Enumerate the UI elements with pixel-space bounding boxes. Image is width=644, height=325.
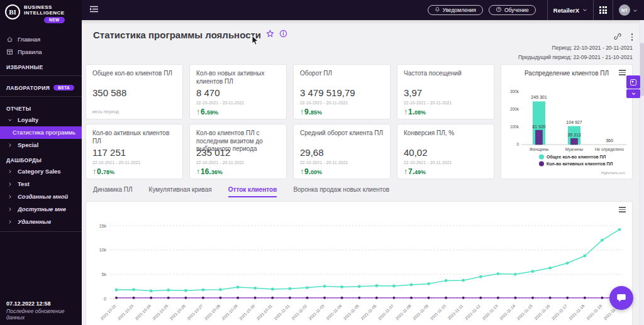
delta-up-arrow-icon: ↑ xyxy=(404,167,408,176)
sidebar-item[interactable]: Category Sales xyxy=(0,165,82,178)
svg-text:Общее кол-во клиентов ПЛ: Общее кол-во клиентов ПЛ xyxy=(547,155,606,160)
chat-icon xyxy=(616,292,627,304)
svg-text:0: 0 xyxy=(516,142,519,146)
chevron-right-icon xyxy=(6,218,13,225)
svg-text:2021-10-23: 2021-10-23 xyxy=(117,303,135,321)
delta-value-frac: 78% xyxy=(103,169,114,175)
topbar-divider xyxy=(547,0,548,20)
bar-series-total: 245 301104 927360 xyxy=(531,95,613,145)
widget-panel-button[interactable] xyxy=(626,75,640,89)
sidebar-item[interactable]: Test xyxy=(0,178,82,190)
kpi-card-period: 22-10-2021 - 20-11-2021 xyxy=(196,160,280,165)
svg-text:2021-10-31: 2021-10-31 xyxy=(255,303,273,321)
user-menu[interactable]: NT xyxy=(619,4,638,16)
workspace-name: RetailerX xyxy=(553,7,579,14)
kpi-card-title: Кол-во клиентов ПЛ с последним визитом д… xyxy=(196,129,280,145)
tab[interactable]: Воронка продаж новых клиентов xyxy=(293,186,389,197)
sidebar-item-label: Главная xyxy=(18,36,40,43)
kebab-menu-icon[interactable] xyxy=(631,33,633,41)
delta-value-frac: 00% xyxy=(311,169,322,175)
delta-value: 16. xyxy=(201,167,211,176)
rules-icon xyxy=(6,48,13,55)
chevron-right-icon xyxy=(6,180,13,187)
bullet-space xyxy=(6,129,8,136)
svg-text:?: ? xyxy=(497,8,499,11)
notifications-label: Уведомления xyxy=(443,7,476,13)
delta-value-frac: 36% xyxy=(211,169,223,175)
kpi-card-title: Кол-во активных клиентов ПЛ xyxy=(92,129,176,145)
line-chart: 05k10k15k2021-10-222021-10-232021-10-242… xyxy=(91,211,628,324)
brand-line1: BUSINESS xyxy=(24,4,65,10)
sidebar-item[interactable]: Special xyxy=(0,139,82,151)
scrollbar-thumb[interactable] xyxy=(640,43,644,96)
info-icon[interactable] xyxy=(279,29,287,40)
chart-context-menu-icon[interactable] xyxy=(619,207,626,212)
sidebar-divider xyxy=(0,75,82,76)
home-icon xyxy=(6,36,13,43)
bar-chart-title: Распределение клиентов ПЛ xyxy=(501,65,632,77)
chart-context-menu-icon[interactable] xyxy=(619,70,626,75)
avatar-initials: NT xyxy=(621,8,628,13)
delta-value: 7. xyxy=(408,167,414,176)
collapse-panel-button[interactable] xyxy=(626,89,640,98)
sidebar-section-label: ИЗБРАННЫЕ xyxy=(6,64,43,70)
training-button[interactable]: ? Обучение xyxy=(489,5,536,15)
kpi-card-value: 8 470 xyxy=(196,87,280,98)
kpi-card-value: 40,02 xyxy=(404,147,487,158)
svg-text:81 920: 81 920 xyxy=(532,124,546,129)
svg-text:2021-11-04: 2021-11-04 xyxy=(325,303,343,321)
delta-value: 1. xyxy=(408,107,414,116)
sidebar-item[interactable]: Удаленные xyxy=(0,216,82,228)
svg-text:2021-10-22: 2021-10-22 xyxy=(99,303,117,321)
svg-text:300k: 300k xyxy=(510,89,519,94)
sidebar-item[interactable]: Главная xyxy=(0,33,82,46)
svg-text:2021-11-13: 2021-11-13 xyxy=(481,303,499,321)
sidebar-item[interactable]: Loyalty xyxy=(0,114,82,126)
bell-icon xyxy=(435,6,440,14)
share-link-icon[interactable] xyxy=(614,31,621,43)
sidebar-nav: ГлавнаяПравилаИЗБРАННЫЕЛАБОРАТОРИЯBETAОТ… xyxy=(0,26,82,232)
delta-up-arrow-icon: ↑ xyxy=(300,167,304,176)
kpi-card-title: Кол-во новых активных клиентов ПЛ xyxy=(196,70,280,85)
svg-text:Мужчины: Мужчины xyxy=(565,147,584,152)
sidebar-item[interactable]: Созданные мной xyxy=(0,190,82,203)
widget-icon xyxy=(630,79,637,86)
svg-text:2021-11-05: 2021-11-05 xyxy=(343,303,360,321)
sidebar-item[interactable]: Доступные мне xyxy=(0,203,82,216)
favorite-star-icon[interactable] xyxy=(266,29,274,40)
sidebar-item-label: Special xyxy=(18,141,38,148)
chevron-right-icon xyxy=(6,168,13,175)
kpi-card-delta: ↑1.08% xyxy=(404,107,487,116)
sidebar-section: ИЗБРАННЫЕ xyxy=(0,58,82,72)
kpi-card-period: 22-10-2021 - 20-11-2021 xyxy=(300,101,384,105)
tab[interactable]: Динамика ПЛ xyxy=(93,186,133,197)
apps-grid-icon[interactable] xyxy=(599,6,607,14)
kpi-card-period: 22-10-2021 - 20-11-2021 xyxy=(92,160,176,165)
sidebar: BI BUSINESS INTELLIGENCE NEW ГлавнаяПрав… xyxy=(0,0,82,325)
line-x-axis: 2021-10-222021-10-232021-10-242021-10-25… xyxy=(99,303,620,321)
scrollbar[interactable] xyxy=(640,20,644,325)
chat-fab-button[interactable] xyxy=(609,286,633,310)
svg-text:2021-11-07: 2021-11-07 xyxy=(377,303,395,321)
chevron-down-icon xyxy=(6,116,13,123)
line-series-clients xyxy=(115,228,621,292)
kpi-card: Кол-во активных клиентов ПЛ117 25122-10-… xyxy=(86,124,183,179)
avatar: NT xyxy=(619,4,630,16)
sidebar-item[interactable]: Статистика программы ло... xyxy=(0,126,82,139)
notifications-button[interactable]: Уведомления xyxy=(428,5,483,15)
svg-text:2021-11-18: 2021-11-18 xyxy=(568,303,586,321)
bar-chart-legend[interactable]: Общее кол-во клиентов ПЛКол-во активных … xyxy=(539,155,613,167)
collapse-menu-icon[interactable] xyxy=(89,4,99,16)
svg-text:2021-10-29: 2021-10-29 xyxy=(221,303,238,321)
tab[interactable]: Отток клиентов xyxy=(228,186,277,197)
sidebar-item[interactable]: Правила xyxy=(0,46,82,58)
kpi-card: Конверсия ПЛ, %40,0222-10-2021 - 20-11-2… xyxy=(397,124,494,179)
tab[interactable]: Кумулятивная кривая xyxy=(149,186,212,197)
svg-text:2021-11-19: 2021-11-19 xyxy=(586,303,603,321)
bar-chart-card: Распределение клиентов ПЛ 0100k200k300kЖ… xyxy=(501,64,633,179)
kpi-grid: Общее кол-во клиентов ПЛ350 588весь пери… xyxy=(86,64,633,179)
kpi-card: Оборот ПЛ3 479 519,7922-10-2021 - 20-11-… xyxy=(293,64,391,119)
sidebar-divider xyxy=(0,96,82,97)
workspace-selector[interactable]: RetailerX xyxy=(553,7,587,14)
last-update-caption: Последнее обновление данных xyxy=(6,308,82,321)
